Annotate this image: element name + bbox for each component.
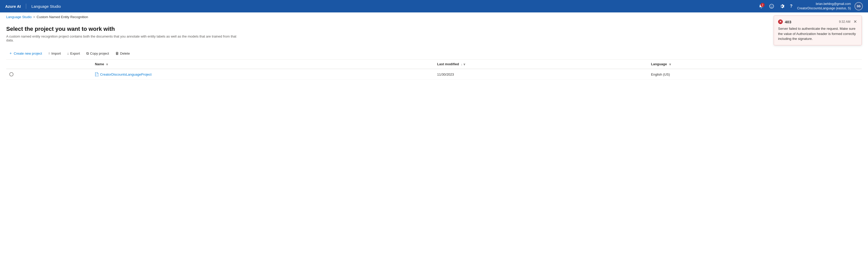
copy-icon: ⧉ [86, 51, 89, 56]
col-select [6, 60, 92, 69]
col-language-label: Language [651, 62, 667, 66]
notification-badge: 2 [761, 3, 765, 7]
row-radio-cell [6, 69, 92, 80]
toast-header: ✕ 403 9:32 AM ✕ [778, 20, 857, 24]
export-label: Export [70, 52, 80, 56]
col-modified-header[interactable]: Last modified ↓ ∨ [434, 60, 648, 69]
col-language-header[interactable]: Language ∨ [648, 60, 862, 69]
plus-icon: ＋ [9, 51, 12, 56]
col-name-header[interactable]: Name ∨ [92, 60, 434, 69]
toast-close-button[interactable]: ✕ [853, 20, 857, 24]
emoji-button[interactable] [768, 3, 775, 9]
toast-timestamp: 9:32 AM [839, 20, 850, 24]
user-email: brian.behling@gmail.com [816, 2, 851, 6]
notifications-button[interactable]: 2 [758, 3, 765, 9]
col-name-label: Name [95, 62, 104, 66]
brand-area: Azure AI Language Studio [5, 4, 61, 9]
table-row: CreatorDiscountsLanguageProject 11/30/20… [6, 69, 862, 80]
gear-icon [780, 4, 784, 8]
app-title: Language Studio [31, 4, 61, 8]
help-button[interactable]: ? [789, 3, 794, 9]
import-label: Import [51, 52, 61, 56]
row-name-cell: CreatorDiscountsLanguageProject [92, 69, 434, 80]
azure-ai-label: Azure AI [5, 4, 21, 8]
svg-point-2 [772, 6, 772, 6]
delete-icon: 🗑 [115, 51, 119, 56]
row-radio-button[interactable] [9, 72, 13, 76]
top-navigation: Azure AI Language Studio 2 [0, 0, 868, 12]
svg-point-0 [770, 4, 774, 8]
error-toast: ✕ 403 9:32 AM ✕ Server failed to authent… [774, 15, 862, 45]
user-avatar[interactable]: bb [855, 2, 863, 10]
table-body: CreatorDiscountsLanguageProject 11/30/20… [6, 69, 862, 80]
toast-error-icon: ✕ [778, 20, 783, 24]
toast-title-row: ✕ 403 [778, 20, 791, 24]
breadcrumb-current: Custom Named Entity Recognition [36, 15, 88, 19]
project-link[interactable]: CreatorDiscountsLanguageProject [95, 72, 431, 76]
user-subtitle: CreatorDiscountsLanguage (eastus, S) [797, 6, 851, 11]
page-title: Select the project you want to work with [6, 26, 862, 32]
modified-sort-icon: ↓ ∨ [461, 63, 465, 66]
smiley-icon [769, 4, 774, 8]
nav-divider [26, 4, 26, 9]
settings-button[interactable] [779, 3, 785, 9]
toolbar: ＋ Create new project ↑ Import ↓ Export ⧉… [6, 47, 862, 60]
create-project-label: Create new project [14, 52, 42, 56]
delete-button[interactable]: 🗑 Delete [113, 50, 133, 57]
svg-point-1 [771, 6, 771, 6]
breadcrumb-home[interactable]: Language Studio [6, 15, 32, 19]
language-sort-icon: ∨ [669, 63, 671, 66]
user-info: brian.behling@gmail.com CreatorDiscounts… [797, 2, 851, 11]
copy-label: Copy project [90, 52, 109, 56]
row-language-cell: English (US) [648, 69, 862, 80]
import-button[interactable]: ↑ Import [45, 50, 63, 57]
toast-error-code: 403 [785, 20, 791, 24]
import-icon: ↑ [48, 51, 50, 56]
table-header-row: Name ∨ Last modified ↓ ∨ Language ∨ [6, 60, 862, 69]
file-icon [95, 72, 98, 76]
projects-table: Name ∨ Last modified ↓ ∨ Language ∨ [6, 60, 862, 80]
copy-project-button[interactable]: ⧉ Copy project [84, 50, 112, 57]
delete-label: Delete [120, 52, 130, 56]
toast-message: Server failed to authenticate the reques… [778, 26, 857, 41]
main-content: Select the project you want to work with… [0, 22, 868, 84]
nav-actions: 2 ? brian.behling@gmail.com CreatorDisco… [758, 2, 863, 11]
name-sort-icon: ∨ [106, 63, 108, 66]
export-button[interactable]: ↓ Export [64, 50, 83, 57]
create-project-button[interactable]: ＋ Create new project [6, 50, 44, 57]
breadcrumb: Language Studio > Custom Named Entity Re… [0, 12, 868, 22]
page-description: A custom named entity recognition projec… [6, 34, 240, 42]
help-icon: ? [790, 4, 793, 8]
col-modified-label: Last modified [437, 62, 459, 66]
export-icon: ↓ [67, 51, 69, 56]
breadcrumb-separator: > [33, 15, 35, 19]
toast-container: ✕ 403 9:32 AM ✕ Server failed to authent… [774, 15, 862, 45]
row-modified-cell: 11/30/2023 [434, 69, 648, 80]
